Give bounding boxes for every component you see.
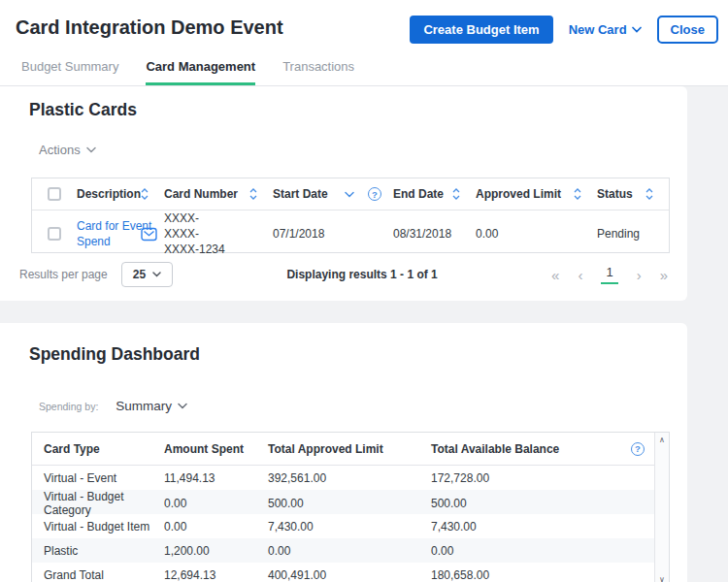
end-date-value: 08/31/2018 xyxy=(393,227,476,241)
column-header-total-approved-limit: Total Approved Limit xyxy=(268,442,431,456)
sort-icon[interactable] xyxy=(141,188,149,200)
actions-label: Actions xyxy=(39,143,81,157)
table-row: Virtual - Event 11,494.13 392,561.00 172… xyxy=(32,466,654,490)
table-row: Virtual - Budget Category 0.00 500.00 50… xyxy=(32,490,654,514)
page-title: Card Integration Demo Event xyxy=(16,16,283,39)
start-date-value: 07/1/2018 xyxy=(273,227,393,241)
spending-header-row: Card Type Amount Spent Total Approved Li… xyxy=(32,433,654,466)
plastic-cards-title: Plastic Cards xyxy=(0,86,687,120)
column-header-total-available-balance: Total Available Balance ? xyxy=(431,442,654,456)
next-page-icon[interactable]: › xyxy=(637,268,642,282)
select-all-checkbox[interactable] xyxy=(48,187,61,201)
chevron-down-icon xyxy=(86,146,96,153)
column-header-approved-limit: Approved Limit xyxy=(476,178,597,210)
pager: « ‹ 1 › » xyxy=(551,265,668,284)
column-header-description: Description xyxy=(77,178,164,210)
column-header-card-type: Card Type xyxy=(32,442,164,456)
column-header-end-date: End Date xyxy=(393,178,476,210)
row-checkbox[interactable] xyxy=(48,227,61,241)
column-header-amount-spent: Amount Spent xyxy=(164,442,268,456)
sort-icon[interactable] xyxy=(645,188,653,200)
page-header: Card Integration Demo Event Create Budge… xyxy=(0,0,728,86)
last-page-icon[interactable]: » xyxy=(660,268,668,282)
new-card-button[interactable]: New Card xyxy=(569,22,642,37)
tab-budget-summary[interactable]: Budget Summary xyxy=(21,59,118,85)
column-header-status: Status xyxy=(597,178,669,210)
sort-icon[interactable] xyxy=(574,188,581,200)
envelope-icon[interactable] xyxy=(141,227,157,242)
table-row: Card for Event Spend XXXX-XXXX-XXXX-1234… xyxy=(32,210,669,252)
header-actions: Create Budget Item New Card Close xyxy=(410,16,718,44)
sort-icon[interactable] xyxy=(452,188,460,200)
tab-transactions[interactable]: Transactions xyxy=(282,59,354,85)
table-row: Virtual - Budget Item 0.00 7,430.00 7,43… xyxy=(32,514,654,538)
chevron-down-icon xyxy=(178,403,187,409)
tab-bar: Budget Summary Card Management Transacti… xyxy=(21,59,354,85)
spending-by-select[interactable]: Summary xyxy=(116,399,187,413)
results-per-page-label: Results per page xyxy=(19,268,108,281)
spending-by-value: Summary xyxy=(116,399,172,413)
scroll-up-icon[interactable]: ∧ xyxy=(659,436,665,444)
sort-descending-icon[interactable] xyxy=(345,191,354,198)
spending-by-label: Spending by: xyxy=(39,401,98,412)
create-budget-item-button[interactable]: Create Budget Item xyxy=(410,16,552,44)
page-number-current[interactable]: 1 xyxy=(601,265,617,284)
scroll-down-icon[interactable]: ∨ xyxy=(659,575,665,582)
table-row: Plastic 1,200.00 0.00 0.00 xyxy=(32,538,654,563)
first-page-icon[interactable]: « xyxy=(551,268,559,282)
pagination-bar: Results per page 25 Displaying results 1… xyxy=(19,262,668,287)
column-header-card-number: Card Number xyxy=(164,178,273,210)
vertical-scrollbar[interactable]: ∧ ∨ xyxy=(654,433,669,582)
column-header-start-date: Start Date ? xyxy=(273,178,393,210)
page-size-select[interactable]: 25 xyxy=(121,262,173,287)
spending-by-row: Spending by: Summary xyxy=(39,399,687,413)
chevron-down-icon xyxy=(632,26,642,33)
card-number-value: XXXX-XXXX-XXXX-1234 xyxy=(164,210,234,258)
close-button[interactable]: Close xyxy=(657,16,718,44)
spending-table: Card Type Amount Spent Total Approved Li… xyxy=(31,432,670,582)
spending-dashboard-title: Spending Dashboard xyxy=(0,323,687,365)
sort-icon[interactable] xyxy=(249,188,257,200)
plastic-cards-table: Description Card Number Start Date ? En xyxy=(31,178,670,253)
status-value: Pending xyxy=(597,227,669,241)
help-icon[interactable]: ? xyxy=(368,187,381,201)
results-summary: Displaying results 1 - 1 of 1 xyxy=(173,268,551,281)
chevron-down-icon xyxy=(152,272,161,277)
approved-limit-value: 0.00 xyxy=(476,227,597,241)
tab-card-management[interactable]: Card Management xyxy=(146,59,255,85)
page-size-value: 25 xyxy=(133,268,146,281)
table-row-grand-total: Grand Total 12,694.13 400,491.00 180,658… xyxy=(32,563,654,582)
plastic-cards-section: Plastic Cards Actions Description Card N… xyxy=(0,86,687,301)
help-icon[interactable]: ? xyxy=(631,442,645,456)
table-header-row: Description Card Number Start Date ? En xyxy=(32,178,669,210)
previous-page-icon[interactable]: ‹ xyxy=(578,268,582,282)
actions-dropdown[interactable]: Actions xyxy=(39,143,96,157)
spending-dashboard-section: Spending Dashboard Spending by: Summary … xyxy=(0,323,687,582)
new-card-label: New Card xyxy=(569,22,627,37)
